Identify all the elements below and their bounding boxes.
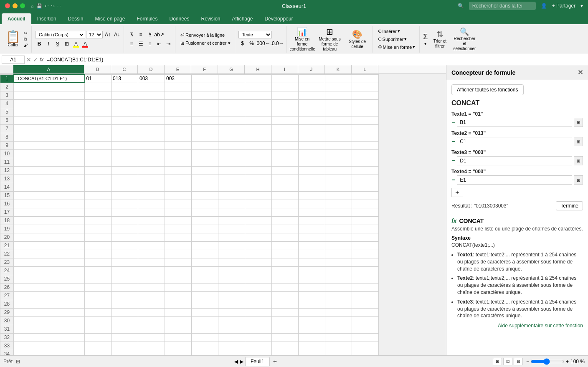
cell-L2[interactable] xyxy=(352,83,379,91)
cell-L6[interactable] xyxy=(352,116,379,124)
sheet-tab-feuil1[interactable]: Feuil1 xyxy=(245,357,270,366)
cell-I26[interactable] xyxy=(272,283,299,291)
cell-G16[interactable] xyxy=(218,200,245,208)
cell-H31[interactable] xyxy=(245,325,272,333)
cell-L24[interactable] xyxy=(352,266,379,275)
nav-prev-sheet-btn[interactable]: ◀ xyxy=(234,359,238,364)
cell-C19[interactable] xyxy=(112,225,138,233)
cell-B33[interactable] xyxy=(85,342,112,350)
cell-G6[interactable] xyxy=(218,116,245,124)
cell-K21[interactable] xyxy=(325,241,352,250)
tab-formules[interactable]: Formules xyxy=(131,13,163,24)
cell-C10[interactable] xyxy=(112,149,138,158)
cell-L16[interactable] xyxy=(352,200,379,208)
row-num-30[interactable]: 30 xyxy=(0,316,14,325)
cell-C7[interactable] xyxy=(112,124,138,133)
cell-A21[interactable] xyxy=(14,241,85,250)
cell-G3[interactable] xyxy=(218,91,245,99)
cell-E31[interactable] xyxy=(165,325,192,333)
cell-A29[interactable] xyxy=(14,308,85,316)
row-num-19[interactable]: 19 xyxy=(0,225,14,233)
nav-more-icon[interactable]: ··· xyxy=(57,3,61,8)
cell-E8[interactable] xyxy=(165,133,192,141)
cell-E15[interactable] xyxy=(165,191,192,200)
cell-C6[interactable] xyxy=(112,116,138,124)
cell-C14[interactable] xyxy=(112,183,138,191)
cell-B29[interactable] xyxy=(85,308,112,316)
cell-E24[interactable] xyxy=(165,266,192,275)
cell-I7[interactable] xyxy=(272,124,299,133)
cell-A17[interactable] xyxy=(14,208,85,216)
cell-I28[interactable] xyxy=(272,300,299,308)
cell-H9[interactable] xyxy=(245,141,272,149)
row-num-12[interactable]: 12 xyxy=(0,166,14,175)
cell-H22[interactable] xyxy=(245,250,272,258)
cell-B6[interactable] xyxy=(85,116,112,124)
cell-H19[interactable] xyxy=(245,225,272,233)
cell-A18[interactable] xyxy=(14,216,85,225)
cell-L5[interactable] xyxy=(352,108,379,116)
cell-A7[interactable] xyxy=(14,124,85,133)
cell-K28[interactable] xyxy=(325,300,352,308)
cell-K22[interactable] xyxy=(325,250,352,258)
cell-D4[interactable] xyxy=(138,99,165,108)
col-header-K[interactable]: K xyxy=(325,65,352,73)
cell-B34[interactable] xyxy=(85,350,112,355)
cell-D23[interactable] xyxy=(138,258,165,266)
row-num-14[interactable]: 14 xyxy=(0,183,14,191)
cell-B30[interactable] xyxy=(85,316,112,325)
cell-I16[interactable] xyxy=(272,200,299,208)
cell-B23[interactable] xyxy=(85,258,112,266)
format-cells-btn[interactable]: ⚙ Mise en forme ▾ xyxy=(376,43,417,51)
cell-I29[interactable] xyxy=(272,308,299,316)
cell-J9[interactable] xyxy=(299,141,325,149)
arg3-ref-btn[interactable]: ⊞ xyxy=(574,156,583,165)
formula-input[interactable] xyxy=(45,57,586,63)
cell-C34[interactable] xyxy=(112,350,138,355)
cell-F19[interactable] xyxy=(192,225,218,233)
nav-next-sheet-btn[interactable]: ▶ xyxy=(240,359,243,364)
cell-C22[interactable] xyxy=(112,250,138,258)
cell-G18[interactable] xyxy=(218,216,245,225)
underline-btn[interactable]: S xyxy=(53,40,62,48)
row-num-11[interactable]: 11 xyxy=(0,158,14,166)
cell-J20[interactable] xyxy=(299,233,325,241)
cell-E28[interactable] xyxy=(165,300,192,308)
cell-K1[interactable] xyxy=(325,74,352,83)
cell-J26[interactable] xyxy=(299,283,325,291)
cell-B12[interactable] xyxy=(85,166,112,175)
wrap-text-btn[interactable]: ⏎ Renvoyer à la ligne xyxy=(179,32,232,39)
nav-redo-icon[interactable]: ↪ xyxy=(51,3,55,9)
cell-J27[interactable] xyxy=(299,291,325,300)
cell-J17[interactable] xyxy=(299,208,325,216)
cell-B7[interactable] xyxy=(85,124,112,133)
cell-J12[interactable] xyxy=(299,166,325,175)
cell-E11[interactable] xyxy=(165,158,192,166)
cell-L34[interactable] xyxy=(352,350,379,355)
cell-F31[interactable] xyxy=(192,325,218,333)
cell-K14[interactable] xyxy=(325,183,352,191)
cell-F17[interactable] xyxy=(192,208,218,216)
row-num-29[interactable]: 29 xyxy=(0,308,14,316)
cell-D8[interactable] xyxy=(138,133,165,141)
cell-C30[interactable] xyxy=(112,316,138,325)
cell-F23[interactable] xyxy=(192,258,218,266)
cell-J13[interactable] xyxy=(299,175,325,183)
cell-B21[interactable] xyxy=(85,241,112,250)
cell-H14[interactable] xyxy=(245,183,272,191)
minimize-window-btn[interactable] xyxy=(13,3,18,8)
cell-G17[interactable] xyxy=(218,208,245,216)
tab-dessin[interactable]: Dessin xyxy=(62,13,89,24)
cell-F12[interactable] xyxy=(192,166,218,175)
cell-B28[interactable] xyxy=(85,300,112,308)
panel-close-btn[interactable]: ✕ xyxy=(578,68,583,76)
cell-I9[interactable] xyxy=(272,141,299,149)
cell-K32[interactable] xyxy=(325,333,352,342)
cell-H16[interactable] xyxy=(245,200,272,208)
cell-L18[interactable] xyxy=(352,216,379,225)
cell-E18[interactable] xyxy=(165,216,192,225)
cell-J8[interactable] xyxy=(299,133,325,141)
cell-F2[interactable] xyxy=(192,83,218,91)
cell-I6[interactable] xyxy=(272,116,299,124)
cell-F32[interactable] xyxy=(192,333,218,342)
